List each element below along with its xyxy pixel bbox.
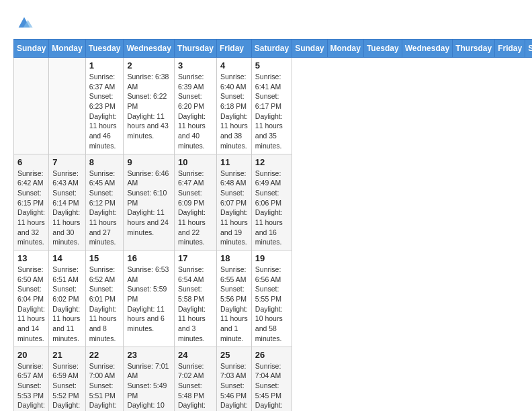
calendar-week-1: 1Sunrise: 6:37 AMSunset: 6:23 PMDaylight… [14, 58, 533, 154]
calendar-cell: 10Sunrise: 6:47 AMSunset: 6:09 PMDayligh… [174, 154, 216, 250]
day-number: 11 [220, 157, 248, 167]
day-info: Sunrise: 6:59 AMSunset: 5:52 PMDaylight:… [52, 361, 81, 412]
day-header-saturday: Saturday [525, 40, 532, 58]
day-number: 26 [255, 350, 288, 360]
calendar-cell: 2Sunrise: 6:38 AMSunset: 6:22 PMDaylight… [124, 58, 174, 154]
day-header-sunday: Sunday [14, 40, 49, 58]
calendar-cell [49, 58, 85, 154]
day-info: Sunrise: 6:51 AMSunset: 6:02 PMDaylight:… [52, 265, 81, 344]
day-info: Sunrise: 7:03 AMSunset: 5:46 PMDaylight:… [220, 361, 248, 412]
calendar-cell: 26Sunrise: 7:04 AMSunset: 5:45 PMDayligh… [251, 347, 292, 411]
day-number: 17 [178, 253, 213, 263]
calendar-cell: 12Sunrise: 6:49 AMSunset: 6:06 PMDayligh… [251, 154, 292, 250]
day-info: Sunrise: 6:50 AMSunset: 6:04 PMDaylight:… [17, 265, 45, 344]
day-info: Sunrise: 6:52 AMSunset: 6:01 PMDaylight:… [89, 265, 120, 344]
day-number: 5 [255, 60, 288, 71]
logo [13, 13, 34, 32]
day-info: Sunrise: 6:47 AMSunset: 6:09 PMDaylight:… [178, 169, 213, 248]
calendar-cell: 19Sunrise: 6:56 AMSunset: 5:55 PMDayligh… [251, 250, 292, 347]
calendar-cell: 25Sunrise: 7:03 AMSunset: 5:46 PMDayligh… [216, 347, 251, 411]
day-number: 25 [220, 350, 248, 360]
day-number: 19 [255, 253, 288, 263]
day-info: Sunrise: 6:37 AMSunset: 6:23 PMDaylight:… [89, 72, 120, 151]
day-header-monday: Monday [49, 40, 85, 58]
day-info: Sunrise: 6:46 AMSunset: 6:10 PMDaylight:… [127, 169, 170, 238]
day-number: 24 [178, 350, 213, 360]
calendar-cell: 7Sunrise: 6:43 AMSunset: 6:14 PMDaylight… [49, 154, 85, 250]
calendar-cell: 6Sunrise: 6:42 AMSunset: 6:15 PMDaylight… [14, 154, 49, 250]
day-info: Sunrise: 7:02 AMSunset: 5:48 PMDaylight:… [178, 361, 213, 412]
day-number: 15 [89, 253, 120, 263]
day-number: 16 [127, 253, 170, 263]
day-info: Sunrise: 6:53 AMSunset: 5:59 PMDaylight:… [127, 265, 170, 334]
calendar-table: SundayMondayTuesdayWednesdayThursdayFrid… [13, 39, 532, 411]
day-header-thursday: Thursday [453, 40, 495, 58]
calendar-cell: 9Sunrise: 6:46 AMSunset: 6:10 PMDaylight… [124, 154, 174, 250]
day-number: 9 [127, 157, 170, 167]
day-info: Sunrise: 6:42 AMSunset: 6:15 PMDaylight:… [17, 169, 45, 248]
day-info: Sunrise: 6:39 AMSunset: 6:20 PMDaylight:… [178, 72, 213, 151]
day-header-wednesday: Wednesday [124, 40, 174, 58]
day-header-wednesday: Wednesday [402, 40, 452, 58]
page-header [13, 13, 519, 32]
day-number: 12 [255, 157, 288, 167]
day-number: 10 [178, 157, 213, 167]
day-number: 3 [178, 60, 213, 71]
calendar-header-row: SundayMondayTuesdayWednesdayThursdayFrid… [14, 40, 533, 58]
calendar-cell: 11Sunrise: 6:48 AMSunset: 6:07 PMDayligh… [216, 154, 251, 250]
day-info: Sunrise: 6:57 AMSunset: 5:53 PMDaylight:… [17, 361, 45, 412]
calendar-cell: 21Sunrise: 6:59 AMSunset: 5:52 PMDayligh… [49, 347, 85, 411]
day-number: 14 [52, 253, 81, 263]
day-info: Sunrise: 7:04 AMSunset: 5:45 PMDaylight:… [255, 361, 288, 412]
day-number: 21 [52, 350, 81, 360]
calendar-cell: 18Sunrise: 6:55 AMSunset: 5:56 PMDayligh… [216, 250, 251, 347]
calendar-cell [14, 58, 49, 154]
calendar-cell: 16Sunrise: 6:53 AMSunset: 5:59 PMDayligh… [124, 250, 174, 347]
calendar-cell: 15Sunrise: 6:52 AMSunset: 6:01 PMDayligh… [85, 250, 124, 347]
day-info: Sunrise: 6:43 AMSunset: 6:14 PMDaylight:… [52, 169, 81, 248]
calendar-cell: 14Sunrise: 6:51 AMSunset: 6:02 PMDayligh… [49, 250, 85, 347]
calendar-cell: 4Sunrise: 6:40 AMSunset: 6:18 PMDaylight… [216, 58, 251, 154]
day-header-thursday: Thursday [174, 40, 216, 58]
logo-icon [15, 13, 34, 32]
day-info: Sunrise: 6:41 AMSunset: 6:17 PMDaylight:… [255, 72, 288, 151]
day-info: Sunrise: 7:00 AMSunset: 5:51 PMDaylight:… [89, 361, 120, 412]
day-number: 6 [17, 157, 45, 167]
calendar-cell: 13Sunrise: 6:50 AMSunset: 6:04 PMDayligh… [14, 250, 49, 347]
day-info: Sunrise: 6:55 AMSunset: 5:56 PMDaylight:… [220, 265, 248, 344]
day-header-saturday: Saturday [251, 40, 292, 58]
day-number: 23 [127, 350, 170, 360]
calendar-week-2: 6Sunrise: 6:42 AMSunset: 6:15 PMDaylight… [14, 154, 533, 250]
day-number: 2 [127, 60, 170, 71]
day-info: Sunrise: 7:01 AMSunset: 5:49 PMDaylight:… [127, 361, 170, 412]
calendar-cell: 17Sunrise: 6:54 AMSunset: 5:58 PMDayligh… [174, 250, 216, 347]
day-header-monday: Monday [327, 40, 363, 58]
day-number: 18 [220, 253, 248, 263]
day-header-tuesday: Tuesday [85, 40, 124, 58]
day-info: Sunrise: 6:48 AMSunset: 6:07 PMDaylight:… [220, 169, 248, 248]
calendar-cell: 5Sunrise: 6:41 AMSunset: 6:17 PMDaylight… [251, 58, 292, 154]
day-info: Sunrise: 6:56 AMSunset: 5:55 PMDaylight:… [255, 265, 288, 344]
day-number: 8 [89, 157, 120, 167]
day-number: 20 [17, 350, 45, 360]
day-info: Sunrise: 6:49 AMSunset: 6:06 PMDaylight:… [255, 169, 288, 248]
day-info: Sunrise: 6:38 AMSunset: 6:22 PMDaylight:… [127, 72, 170, 141]
day-number: 7 [52, 157, 81, 167]
day-number: 22 [89, 350, 120, 360]
day-info: Sunrise: 6:54 AMSunset: 5:58 PMDaylight:… [178, 265, 213, 344]
day-header-friday: Friday [216, 40, 251, 58]
day-header-sunday: Sunday [292, 40, 327, 58]
calendar-cell: 1Sunrise: 6:37 AMSunset: 6:23 PMDaylight… [85, 58, 124, 154]
day-header-friday: Friday [495, 40, 525, 58]
day-header-tuesday: Tuesday [363, 40, 402, 58]
calendar-cell: 22Sunrise: 7:00 AMSunset: 5:51 PMDayligh… [85, 347, 124, 411]
calendar-cell: 3Sunrise: 6:39 AMSunset: 6:20 PMDaylight… [174, 58, 216, 154]
day-number: 1 [89, 60, 120, 71]
day-number: 4 [220, 60, 248, 71]
calendar-cell: 23Sunrise: 7:01 AMSunset: 5:49 PMDayligh… [124, 347, 174, 411]
calendar-week-4: 20Sunrise: 6:57 AMSunset: 5:53 PMDayligh… [14, 347, 533, 411]
day-number: 13 [17, 253, 45, 263]
calendar-cell: 8Sunrise: 6:45 AMSunset: 6:12 PMDaylight… [85, 154, 124, 250]
calendar-cell: 20Sunrise: 6:57 AMSunset: 5:53 PMDayligh… [14, 347, 49, 411]
calendar-week-3: 13Sunrise: 6:50 AMSunset: 6:04 PMDayligh… [14, 250, 533, 347]
